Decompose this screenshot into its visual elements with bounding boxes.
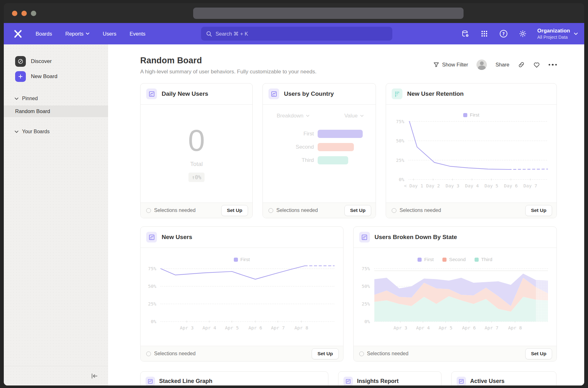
board-main: Random Board A high-level summary of use… xyxy=(108,44,584,385)
svg-text:75%: 75% xyxy=(361,266,370,271)
bar-label: Second xyxy=(263,144,314,150)
show-filter-button[interactable]: Show Filter xyxy=(433,62,468,68)
window-minimize-button[interactable] xyxy=(21,11,27,16)
nav-item-events[interactable]: Events xyxy=(123,23,152,44)
set-up-button[interactable]: Set Up xyxy=(344,205,371,216)
filter-icon xyxy=(433,62,439,68)
link-icon xyxy=(518,61,525,68)
svg-text:0%: 0% xyxy=(151,319,157,324)
svg-text:Day 2: Day 2 xyxy=(426,183,440,188)
svg-text:75%: 75% xyxy=(148,266,156,271)
value-dropdown[interactable]: Value xyxy=(344,113,364,119)
plus-icon xyxy=(15,71,26,82)
card-title: Users by Country xyxy=(284,90,334,97)
help-icon[interactable]: ? xyxy=(499,29,508,38)
primary-nav: Boards Reports Users Events xyxy=(29,23,152,44)
chevron-down-icon xyxy=(306,115,309,117)
org-name: Organization xyxy=(537,28,570,34)
share-button[interactable]: Share xyxy=(495,62,509,68)
insights-chart-icon xyxy=(146,232,157,243)
nav-item-boards[interactable]: Boards xyxy=(29,23,59,44)
chevron-down-icon xyxy=(14,130,19,133)
card-users-by-state: Users Broken Down By State FirstSecondTh… xyxy=(353,226,557,362)
sidebar-section-your-boards[interactable]: Your Boards xyxy=(4,127,108,137)
sidebar-item-new-board[interactable]: New Board xyxy=(4,69,108,84)
set-up-button[interactable]: Set Up xyxy=(525,348,552,359)
status-circle-icon xyxy=(268,208,273,213)
country-bar-row: Second xyxy=(263,143,376,151)
sidebar-item-discover[interactable]: Discover xyxy=(4,54,108,69)
svg-text:Apr 3: Apr 3 xyxy=(180,325,194,330)
country-bar-row: Third xyxy=(263,156,376,164)
avatar[interactable] xyxy=(476,60,487,70)
collapse-sidebar-icon[interactable] xyxy=(90,373,99,379)
page-subtitle: A high-level summary of user behaviors. … xyxy=(140,69,316,75)
card-title: New Users xyxy=(162,234,192,241)
selections-needed-status: Selections needed xyxy=(359,351,409,357)
by-state-area-chart: 75%50%25%0%Apr 3Apr 4Apr 5Apr 6Apr 7Apr … xyxy=(354,248,557,347)
window-titlebar xyxy=(4,3,584,23)
selections-needed-status: Selections needed xyxy=(146,351,196,357)
card-title: Stacked Line Graph xyxy=(159,378,212,385)
svg-text:50%: 50% xyxy=(396,138,404,143)
metric-value: 0 xyxy=(188,125,205,156)
chevron-down-icon xyxy=(14,97,19,100)
svg-text:Apr 6: Apr 6 xyxy=(462,325,476,330)
bar-label: Third xyxy=(263,157,314,163)
svg-text:25%: 25% xyxy=(396,158,404,163)
search-placeholder: Search ⌘ + K xyxy=(216,31,248,37)
sidebar-section-pinned[interactable]: Pinned xyxy=(4,94,108,104)
breakdown-dropdown[interactable]: Breakdown xyxy=(277,113,309,119)
page-title: Random Board xyxy=(140,56,316,66)
sidebar-footer xyxy=(4,366,108,385)
browser-url-bar[interactable] xyxy=(193,8,464,19)
svg-text:50%: 50% xyxy=(361,284,370,289)
more-options-button[interactable] xyxy=(549,64,557,66)
nav-item-reports[interactable]: Reports xyxy=(59,23,96,44)
svg-text:Apr 3: Apr 3 xyxy=(393,325,407,330)
bar xyxy=(318,130,363,138)
data-management-icon[interactable] xyxy=(460,29,470,38)
nav-item-users[interactable]: Users xyxy=(96,23,123,44)
org-switcher[interactable]: Organization All Project Data xyxy=(537,28,578,40)
svg-text:0%: 0% xyxy=(399,177,405,182)
copy-link-button[interactable] xyxy=(518,61,525,68)
svg-text:Day 5: Day 5 xyxy=(485,183,499,188)
svg-text:Day 7: Day 7 xyxy=(523,183,537,188)
set-up-button[interactable]: Set Up xyxy=(221,205,248,216)
card-title: Insights Report xyxy=(357,378,399,385)
window-zoom-button[interactable] xyxy=(31,11,36,16)
top-navbar: Boards Reports Users Events Search ⌘ + K xyxy=(4,23,584,44)
chevron-down-icon xyxy=(574,32,578,35)
card-title: Users Broken Down By State xyxy=(375,234,457,241)
set-up-button[interactable]: Set Up xyxy=(312,348,338,359)
settings-gear-icon[interactable] xyxy=(518,29,527,38)
svg-text:Apr 4: Apr 4 xyxy=(202,325,216,330)
svg-text:< Day 1: < Day 1 xyxy=(404,183,423,188)
insights-chart-icon xyxy=(268,88,279,99)
card-insights-report: Insights Report xyxy=(338,371,441,385)
search-icon xyxy=(206,31,212,37)
svg-text:50%: 50% xyxy=(148,284,156,289)
sidebar-item-random-board[interactable]: Random Board xyxy=(4,106,108,117)
selections-needed-status: Selections needed xyxy=(146,208,196,213)
card-daily-new-users: Daily New Users 0 Total ↑0% xyxy=(140,83,253,218)
chevron-down-icon xyxy=(86,32,89,35)
new-users-line-chart: 75%50%25%0%Apr 3Apr 4Apr 5Apr 6Apr 7Apr … xyxy=(141,248,343,347)
app-window: Boards Reports Users Events Search ⌘ + K xyxy=(4,3,584,385)
svg-text:Day 4: Day 4 xyxy=(465,183,479,188)
apps-grid-icon[interactable] xyxy=(480,29,489,38)
mixpanel-logo-icon[interactable] xyxy=(11,26,25,41)
set-up-button[interactable]: Set Up xyxy=(525,205,552,216)
svg-text:Apr 5: Apr 5 xyxy=(439,325,453,330)
window-close-button[interactable] xyxy=(12,11,17,16)
status-circle-icon xyxy=(146,208,151,213)
svg-text:Apr 8: Apr 8 xyxy=(294,325,308,330)
retention-line-chart: 75%50%25%0%< Day 1Day 2Day 3Day 4Day 5Da… xyxy=(386,105,556,203)
status-circle-icon xyxy=(359,351,364,356)
retention-icon xyxy=(392,88,402,99)
svg-text:Day 6: Day 6 xyxy=(504,183,518,188)
navbar-right: ? Organization All Project Data xyxy=(460,28,584,40)
search-input[interactable]: Search ⌘ + K xyxy=(201,27,392,41)
favorite-button[interactable] xyxy=(533,62,540,68)
